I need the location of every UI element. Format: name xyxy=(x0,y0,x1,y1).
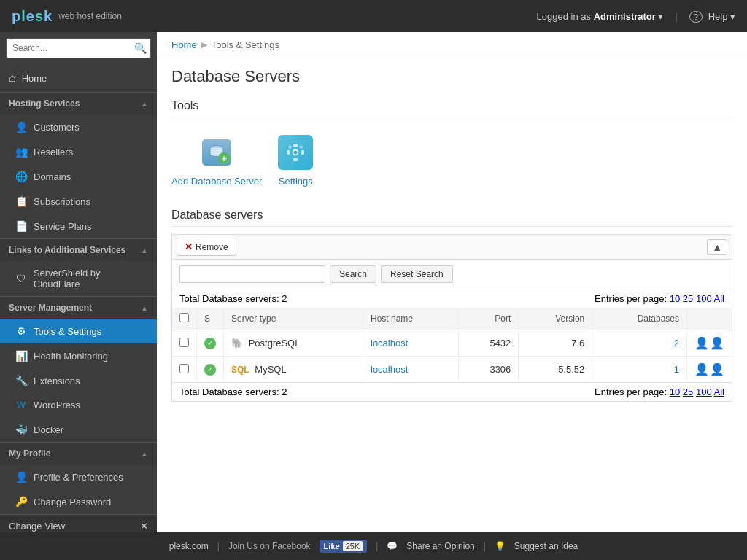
sidebar-item-health[interactable]: 📊 Health Monitoring xyxy=(0,343,157,368)
sidebar-item-domains[interactable]: 🌐 Domains xyxy=(0,164,157,189)
subscriptions-icon: 📋 xyxy=(15,195,28,207)
row2-actions: 👤👤 xyxy=(687,357,732,383)
sidebar-item-service-plans[interactable]: 📄 Service Plans xyxy=(0,214,157,238)
change-password-label: Change Password xyxy=(34,497,111,508)
sidebar-item-profile-prefs[interactable]: 👤 Profile & Preferences xyxy=(0,464,157,489)
reset-search-button[interactable]: Reset Search xyxy=(381,265,453,283)
entries-100-bottom[interactable]: 100 xyxy=(696,386,712,397)
section-hosting: Hosting Services ▲ 👤 Customers 👥 Reselle… xyxy=(0,92,157,238)
entries-all-bottom[interactable]: All xyxy=(714,386,724,397)
suggest-idea-link[interactable]: Suggest an Idea xyxy=(514,541,578,551)
section-hosting-header[interactable]: Hosting Services ▲ xyxy=(0,93,157,114)
subscriptions-label: Subscriptions xyxy=(34,196,90,207)
select-all-checkbox[interactable] xyxy=(179,313,189,322)
db-search-input[interactable] xyxy=(179,265,325,283)
row2-select[interactable] xyxy=(179,364,189,373)
logo-area: plesk web host edition xyxy=(12,8,122,25)
sidebar-item-subscriptions[interactable]: 📋 Subscriptions xyxy=(0,189,157,214)
sidebar-item-servershield[interactable]: 🛡 ServerShield by CloudFlare xyxy=(0,261,157,296)
docker-label: Docker xyxy=(34,424,63,435)
row1-host-link[interactable]: localhost xyxy=(371,338,408,349)
domains-label: Domains xyxy=(34,171,71,182)
logged-in-label: Logged in as Administrator ▾ xyxy=(537,11,664,22)
entries-per-page-bottom: Entries per page: 10 25 100 All xyxy=(595,386,724,397)
content-body: Tools + xyxy=(157,92,747,532)
search-input[interactable] xyxy=(6,38,151,58)
sidebar-item-resellers[interactable]: 👥 Resellers xyxy=(0,139,157,164)
search-button[interactable]: Search xyxy=(330,265,376,283)
tools-row: + Add Database Server xyxy=(171,126,732,194)
footer: plesk.com | Join Us on Facebook Like 25K… xyxy=(0,532,747,560)
svg-rect-4 xyxy=(301,150,304,155)
section-profile-header[interactable]: My Profile ▲ xyxy=(0,443,157,464)
row2-db-count[interactable]: 1 xyxy=(674,364,679,375)
health-label: Health Monitoring xyxy=(34,351,108,362)
tools-settings-label: Tools & Settings xyxy=(34,326,101,337)
mysql-icon: SQL xyxy=(231,365,249,375)
svg-rect-6 xyxy=(299,145,303,149)
home-label: Home xyxy=(22,73,47,84)
like-label: Like xyxy=(324,542,340,551)
facebook-like-button[interactable]: Like 25K xyxy=(320,540,368,553)
add-db-server-button[interactable]: + Add Database Server xyxy=(171,133,262,187)
row1-version: 7.6 xyxy=(519,330,592,357)
entries-10-top[interactable]: 10 xyxy=(670,293,680,304)
search-icon-button[interactable]: 🔍 xyxy=(134,42,147,54)
col-actions-header xyxy=(687,308,732,330)
resellers-icon: 👥 xyxy=(15,146,28,158)
status-ok-icon-2: ✓ xyxy=(204,364,216,376)
settings-label: Settings xyxy=(279,176,313,187)
col-status-header: S xyxy=(197,308,224,330)
row2-checkbox xyxy=(172,357,197,383)
sidebar-item-change-password[interactable]: 🔑 Change Password xyxy=(0,489,157,514)
row1-db-count[interactable]: 2 xyxy=(674,338,679,349)
close-icon[interactable]: ✕ xyxy=(140,521,148,532)
shield-icon: 🛡 xyxy=(15,273,28,284)
toolbar-left: ✕ Remove xyxy=(177,238,236,256)
section-server-header[interactable]: Server Management ▲ xyxy=(0,297,157,319)
section-links-header[interactable]: Links to Additional Services ▲ xyxy=(0,239,157,261)
row1-checkbox xyxy=(172,330,197,357)
row1-manage-icon[interactable]: 👤👤 xyxy=(694,336,724,350)
sidebar-item-extensions[interactable]: 🔧 Extensions xyxy=(0,368,157,393)
customers-icon: 👤 xyxy=(15,121,28,133)
sidebar-item-tools-settings[interactable]: ⚙ Tools & Settings xyxy=(0,319,157,343)
tools-icon: ⚙ xyxy=(15,325,28,337)
sidebar-item-customers[interactable]: 👤 Customers xyxy=(0,114,157,139)
entries-all-top[interactable]: All xyxy=(714,293,724,304)
tools-section-title: Tools xyxy=(171,99,732,117)
sidebar-item-home[interactable]: ⌂ Home xyxy=(0,64,157,92)
help-button[interactable]: ? Help ▾ xyxy=(689,11,735,22)
customers-label: Customers xyxy=(34,122,80,133)
col-port-header: Port xyxy=(458,308,519,330)
row2-manage-icon[interactable]: 👤👤 xyxy=(694,362,724,376)
admin-link[interactable]: Administrator xyxy=(594,11,656,22)
total-count-bottom: Total Database servers: 2 xyxy=(179,386,287,397)
entries-10-bottom[interactable]: 10 xyxy=(670,386,680,397)
col-server-type-header: Server type xyxy=(224,308,363,330)
entries-100-top[interactable]: 100 xyxy=(696,293,712,304)
add-db-icon: + xyxy=(198,133,236,171)
section-server-label: Server Management xyxy=(9,303,92,313)
entries-25-top[interactable]: 25 xyxy=(683,293,693,304)
breadcrumb-home[interactable]: Home xyxy=(171,39,197,50)
row2-host-link[interactable]: localhost xyxy=(371,364,408,375)
row1-select[interactable] xyxy=(179,338,189,347)
footer-site-link[interactable]: plesk.com xyxy=(169,541,209,551)
remove-button[interactable]: ✕ Remove xyxy=(177,238,236,256)
row2-status: ✓ xyxy=(197,357,224,383)
change-view-bar[interactable]: Change View ✕ xyxy=(0,514,157,532)
add-db-label: Add Database Server xyxy=(171,176,262,187)
svg-rect-2 xyxy=(293,158,298,161)
extensions-label: Extensions xyxy=(34,376,80,386)
sidebar-item-docker[interactable]: 🐳 Docker xyxy=(0,417,157,442)
collapse-button[interactable]: ▲ xyxy=(707,239,727,255)
profile-prefs-label: Profile & Preferences xyxy=(34,472,123,483)
sidebar-item-wordpress[interactable]: W WordPress xyxy=(0,393,157,417)
section-hosting-label: Hosting Services xyxy=(9,98,80,109)
extensions-icon: 🔧 xyxy=(15,375,28,386)
share-opinion-link[interactable]: Share an Opinion xyxy=(406,541,474,551)
row1-server-type: 🐘 PostgreSQL xyxy=(224,330,363,357)
entries-25-bottom[interactable]: 25 xyxy=(683,386,693,397)
settings-button[interactable]: Settings xyxy=(276,133,314,187)
